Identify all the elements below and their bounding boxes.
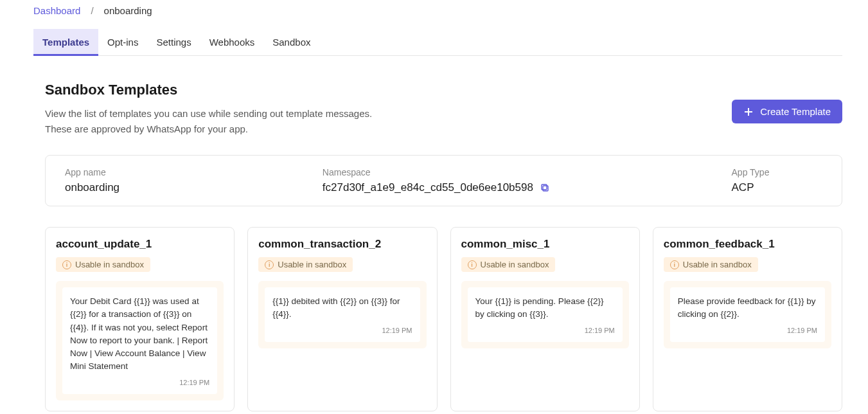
template-name: common_feedback_1 [664,238,831,251]
page-subtitle-line1: View the list of templates you can use w… [45,106,372,122]
tab-sandbox[interactable]: Sandbox [263,29,319,55]
badge-text: Usable in sandbox [481,260,549,269]
message-time: 12:19 PM [475,327,615,334]
breadcrumb: Dashboard / onboarding [33,5,842,16]
svg-rect-2 [543,186,548,191]
message-text: Please provide feedback for {{1}} by cli… [678,295,817,321]
template-card[interactable]: account_update_1 i Usable in sandbox You… [45,227,235,411]
template-card[interactable]: common_feedback_1 i Usable in sandbox Pl… [653,227,842,411]
message-preview: {{1}} debited with {{2}} on {{3}} for {{… [258,281,426,348]
tabs-container: Templates Opt-ins Settings Webhooks Sand… [33,29,842,56]
template-name: common_misc_1 [461,238,629,251]
info-icon: i [468,260,477,269]
message-text: Your {{1}} is pending. Please {{2}} by c… [475,295,615,321]
svg-rect-3 [542,184,547,190]
app-type-value: ACP [732,181,822,194]
app-info-card: App name onboarding Namespace fc27d30f_a… [45,155,842,206]
namespace-label: Namespace [323,167,732,177]
status-badge: i Usable in sandbox [258,257,353,272]
badge-text: Usable in sandbox [75,260,144,269]
template-grid: account_update_1 i Usable in sandbox You… [45,227,842,411]
message-text: Your Debit Card {{1}} was used at {{2}} … [70,295,209,374]
app-type-label: App Type [732,167,822,177]
page-header: Sandbox Templates View the list of templ… [33,82,842,137]
badge-text: Usable in sandbox [683,260,752,269]
breadcrumb-separator: / [91,5,93,16]
tab-settings[interactable]: Settings [147,29,200,55]
badge-text: Usable in sandbox [278,260,346,269]
info-icon: i [265,260,274,269]
tab-templates[interactable]: Templates [33,29,98,55]
message-text: {{1}} debited with {{2}} on {{3}} for {{… [272,295,412,321]
tab-opt-ins[interactable]: Opt-ins [98,29,147,55]
app-name-label: App name [65,167,323,177]
template-name: account_update_1 [56,238,224,251]
plus-icon [743,107,754,117]
namespace-value: fc27d30f_a1e9_e84c_cd55_0de6ee10b598 [323,181,533,194]
page-title: Sandbox Templates [45,82,372,98]
status-badge: i Usable in sandbox [664,257,758,272]
create-template-button[interactable]: Create Template [732,100,842,123]
message-time: 12:19 PM [272,327,412,334]
status-badge: i Usable in sandbox [56,257,150,272]
template-card[interactable]: common_transaction_2 i Usable in sandbox… [247,227,437,411]
status-badge: i Usable in sandbox [461,257,556,272]
page-subtitle-line2: These are approved by WhatsApp for your … [45,122,372,137]
info-icon: i [62,260,71,269]
message-time: 12:19 PM [678,327,817,334]
create-template-label: Create Template [760,106,831,117]
tab-webhooks[interactable]: Webhooks [200,29,264,55]
info-icon: i [670,260,679,269]
message-time: 12:19 PM [70,379,209,386]
message-preview: Your Debit Card {{1}} was used at {{2}} … [56,281,224,401]
template-name: common_transaction_2 [258,238,426,251]
template-card[interactable]: common_misc_1 i Usable in sandbox Your {… [450,227,640,411]
breadcrumb-current: onboarding [104,5,152,16]
copy-icon[interactable] [540,183,550,193]
message-preview: Please provide feedback for {{1}} by cli… [664,281,831,348]
app-name-value: onboarding [65,181,323,194]
breadcrumb-dashboard-link[interactable]: Dashboard [33,5,80,16]
message-preview: Your {{1}} is pending. Please {{2}} by c… [461,281,629,348]
